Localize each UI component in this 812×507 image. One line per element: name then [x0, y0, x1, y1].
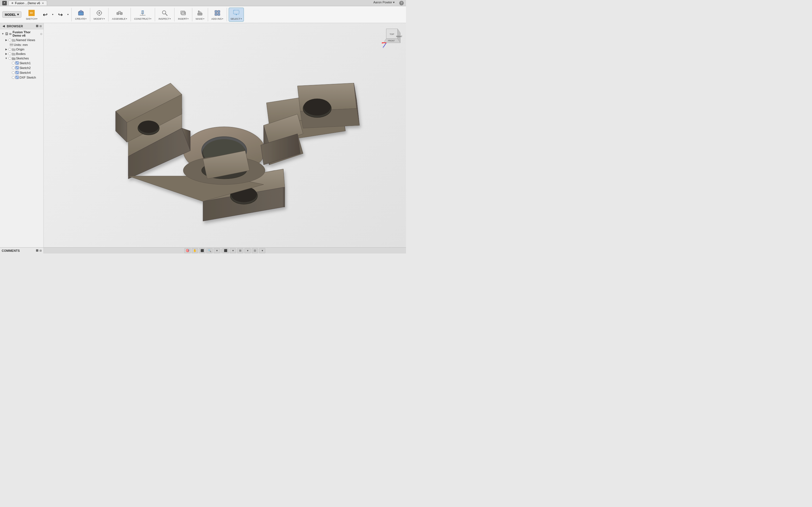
tree-item-sketch4[interactable]: Sketch4 — [0, 70, 43, 75]
svg-marker-81 — [283, 187, 285, 207]
sketch1-eye-icon — [12, 62, 15, 64]
sep4 — [131, 8, 131, 21]
browser-resize-icon[interactable]: ⊟ — [40, 25, 42, 27]
comments-resize-icon[interactable]: ⊟ — [40, 249, 42, 252]
sketches-eye-icon — [8, 57, 11, 60]
svg-rect-23 — [215, 10, 217, 13]
sketch1-icon — [15, 61, 19, 65]
root-document-icon — [5, 32, 8, 36]
grid-button[interactable]: ⊞ — [237, 248, 243, 253]
sketch4-label: Sketch4 — [19, 71, 31, 74]
addins-button[interactable]: ADD-INS ▾ — [210, 8, 225, 21]
sep7 — [192, 8, 192, 21]
inspect-button[interactable]: INSPECT ▾ — [157, 8, 172, 21]
browser-panel: ◀ BROWSER ⊞ ⊟ ▼ Fusion Thor — [0, 23, 44, 247]
browser-collapse-icon[interactable]: ◀ — [2, 24, 6, 28]
create-icon — [77, 9, 85, 17]
svg-point-73 — [304, 99, 331, 115]
sketch4-eye-icon — [12, 71, 15, 74]
origin-eye-icon — [8, 48, 11, 51]
zoom-extent-button[interactable]: ⬛ — [199, 248, 205, 253]
comments-settings-icon[interactable]: ⊞ — [36, 249, 38, 252]
bodies-arrow-icon: ▶ — [4, 52, 8, 55]
make-button[interactable]: MAKE ▾ — [194, 8, 206, 21]
tree-item-sketches[interactable]: ▼ Sketches — [0, 56, 43, 61]
svg-rect-25 — [215, 13, 217, 15]
create-label: CREATE ▾ — [75, 17, 87, 20]
viewcube-svg: TOP FRONT RIGHT X Z — [380, 26, 403, 48]
sketch-label: SKETCH ▾ — [26, 17, 38, 20]
svg-rect-26 — [218, 13, 220, 15]
units-icon: mm — [10, 43, 13, 47]
sketches-arrow-icon: ▼ — [4, 57, 8, 60]
named-views-arrow-icon: ▶ — [4, 38, 8, 42]
orbit-button[interactable]: 🎯 — [185, 248, 191, 253]
units-label: Units: mm — [14, 43, 28, 47]
undo-icon: ↩ — [41, 11, 49, 18]
tree-item-units: mm Units: mm — [0, 42, 43, 47]
svg-rect-24 — [218, 10, 220, 13]
origin-arrow-icon: ▶ — [4, 48, 8, 51]
select-label: SELECT ▾ — [231, 17, 242, 20]
browser-search-icon[interactable]: ⊞ — [36, 24, 38, 28]
construct-button[interactable]: CONSTRUCT ▾ — [133, 8, 153, 21]
dxf-eye-icon — [12, 76, 15, 79]
modify-icon — [95, 9, 103, 17]
tree-item-sketch2[interactable]: Sketch2 — [0, 65, 43, 70]
undo-arrow-button[interactable]: ▾ — [51, 12, 54, 17]
sketch-button[interactable]: ✏ SKETCH ▾ — [24, 8, 40, 21]
display-mode-button[interactable]: ⬛ — [222, 248, 229, 253]
tree-item-root[interactable]: ▼ Fusion Thor Demo v6 ⊙ — [0, 30, 43, 38]
display-arrow-button[interactable]: ▾ — [230, 248, 236, 253]
insert-label: INSERT ▾ — [178, 17, 189, 20]
svg-rect-37 — [12, 39, 13, 40]
sep2 — [90, 8, 90, 21]
insert-button[interactable]: INSERT ▾ — [176, 8, 190, 21]
sketch2-eye-icon — [12, 66, 15, 69]
tree-item-bodies[interactable]: ▶ Bodies — [0, 52, 43, 56]
select-button[interactable]: SELECT ▾ — [229, 8, 244, 22]
tree-item-named-views[interactable]: ▶ Named Views — [0, 38, 43, 42]
app-tab[interactable]: Fusion ...Demo v6 ✕ — [8, 1, 47, 5]
user-menu[interactable]: Aaron Powter ▾ — [373, 1, 395, 4]
svg-text:mm: mm — [10, 44, 13, 46]
sep8 — [208, 8, 208, 21]
tab-title: Fusion ...Demo v6 — [15, 1, 40, 5]
named-views-eye-icon — [8, 39, 11, 41]
viewport[interactable]: TOP FRONT RIGHT X Z — [44, 23, 406, 247]
tree-item-origin[interactable]: ▶ Origin — [0, 47, 43, 52]
app-icon: F — [2, 1, 7, 5]
insert-icon — [179, 9, 187, 17]
zoom-button[interactable]: 🔍 — [206, 248, 213, 253]
help-button[interactable]: ? — [399, 1, 404, 5]
layout-button[interactable]: ⊟ — [252, 248, 258, 253]
svg-marker-1 — [79, 10, 84, 12]
tab-close[interactable]: ✕ — [42, 2, 44, 5]
browser-title: BROWSER — [7, 24, 23, 28]
assemble-button[interactable]: ASSEMBLE ▾ — [110, 8, 129, 21]
tree-item-sketch1[interactable]: Sketch1 — [0, 61, 43, 65]
sep6 — [174, 8, 174, 21]
pan-button[interactable]: ✋ — [192, 248, 198, 253]
grid-arrow-button[interactable]: ▾ — [245, 248, 251, 253]
zoom-arrow-button[interactable]: ▾ — [214, 248, 220, 253]
mode-arrow-icon: ▾ — [17, 13, 19, 16]
view-cube[interactable]: TOP FRONT RIGHT X Z — [380, 26, 403, 48]
modify-button[interactable]: MODIFY ▾ — [92, 8, 107, 21]
comments-panel: COMMENTS ⊞ ⊟ — [0, 247, 44, 253]
model-mode-button[interactable]: MODEL ▾ — [2, 11, 21, 18]
redo-arrow-button[interactable]: ▾ — [66, 12, 70, 17]
create-button[interactable]: CREATE ▾ — [73, 8, 88, 21]
undo-button[interactable]: ↩ — [40, 10, 51, 20]
select-icon — [232, 9, 240, 17]
svg-rect-22 — [198, 11, 199, 12]
sketches-folder-icon — [12, 57, 15, 60]
svg-rect-30 — [6, 33, 7, 34]
layout-arrow-button[interactable]: ▾ — [259, 248, 265, 253]
redo-button[interactable]: ↪ — [55, 10, 66, 20]
assemble-icon — [116, 9, 123, 17]
modify-label: MODIFY ▾ — [94, 17, 105, 20]
named-views-folder-icon — [12, 39, 15, 42]
svg-text:RIGHT: RIGHT — [396, 36, 403, 38]
tree-item-dxf-sketch[interactable]: DXF Sketch — [0, 75, 43, 80]
